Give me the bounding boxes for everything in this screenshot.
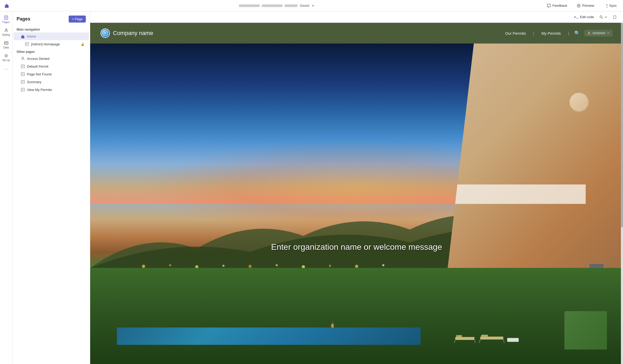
other-pages-title: Other pages <box>12 48 90 55</box>
page-item-access-denied[interactable]: Access Denied <box>13 55 89 62</box>
user-name-blur <box>592 32 605 34</box>
page-label-home: Home <box>27 34 80 38</box>
page-item-summary[interactable]: Summary <box>13 78 89 86</box>
top-bar-center: Saved <box>239 4 315 8</box>
chevron-zoom-icon <box>604 16 607 19</box>
logo-svg <box>102 30 108 36</box>
summary-icon <box>21 80 25 84</box>
top-bar: Saved Feedback Preview Sync <box>0 0 623 11</box>
default-permit-icon <box>21 64 25 68</box>
nav-divider: | <box>532 31 535 35</box>
site-preview: Company name Our Permits | My Permits | … <box>90 23 623 364</box>
title-block-1 <box>239 4 260 7</box>
lock-icon: 🔒 <box>81 42 85 46</box>
company-name: Company name <box>113 30 153 37</box>
svg-point-35 <box>222 265 224 267</box>
preview-button[interactable]: Preview <box>575 3 596 9</box>
site-hero: Enter organization name or welcome messa… <box>90 44 623 364</box>
svg-point-1 <box>578 5 579 6</box>
expand-button[interactable] <box>611 14 619 20</box>
page-item-home[interactable]: Home ··· <box>13 32 89 40</box>
hero-pool <box>117 327 421 345</box>
main-layout: Pages Styling Data Set up ··· <box>0 11 623 364</box>
pages-panel-title: Pages <box>17 16 30 22</box>
search-icon[interactable]: 🔍 <box>572 28 582 38</box>
sidebar-item-pages[interactable]: Pages <box>1 13 12 25</box>
admin-page-icon <box>25 42 29 46</box>
icon-sidebar: Pages Styling Data Set up ··· <box>0 11 12 364</box>
more-options-icon[interactable]: ··· <box>82 34 85 38</box>
svg-point-41 <box>382 264 384 266</box>
home-icon[interactable] <box>4 3 9 8</box>
zoom-control[interactable] <box>599 15 607 19</box>
svg-rect-47 <box>481 335 488 337</box>
svg-line-44 <box>454 340 455 343</box>
svg-line-49 <box>503 340 504 343</box>
expand-icon <box>613 15 617 19</box>
sidebar-item-setup[interactable]: Set up <box>1 52 12 63</box>
svg-rect-15 <box>21 65 24 68</box>
main-nav-title: Main navigation <box>12 26 90 32</box>
svg-rect-24 <box>21 88 24 91</box>
feedback-button[interactable]: Feedback <box>545 3 569 9</box>
page-item-view-my-permits[interactable]: View My Permits <box>13 86 89 94</box>
page-item-page-not-found[interactable]: Page Not Found <box>13 70 89 78</box>
svg-line-48 <box>479 340 480 343</box>
svg-point-33 <box>169 264 171 266</box>
sync-button[interactable]: Sync <box>601 3 619 9</box>
access-denied-icon <box>21 56 25 61</box>
svg-rect-7 <box>4 42 8 44</box>
svg-point-6 <box>5 29 7 30</box>
pages-panel: Pages + Page Main navigation Home ··· [A… <box>12 11 90 364</box>
awning <box>436 184 586 204</box>
svg-point-31 <box>589 32 590 33</box>
preview-scrollbar[interactable] <box>621 23 623 364</box>
svg-rect-52 <box>332 323 333 324</box>
page-label-access-denied: Access Denied <box>27 57 85 61</box>
circular-window <box>569 92 589 112</box>
content-area: Edit code <box>90 11 623 364</box>
svg-line-45 <box>475 340 476 343</box>
sidebar-item-styling[interactable]: Styling <box>1 26 12 38</box>
lantern <box>330 321 335 330</box>
site-nav: Company name Our Permits | My Permits | … <box>90 23 623 44</box>
logo-icon <box>101 28 110 38</box>
svg-point-40 <box>355 265 358 268</box>
page-not-found-icon <box>21 72 25 76</box>
svg-rect-18 <box>21 73 24 76</box>
nav-link-my-permits[interactable]: My Permits <box>537 29 565 38</box>
page-item-admin-homepage[interactable]: [Admin] Homepage 🔒 <box>13 40 89 48</box>
svg-point-36 <box>249 265 252 268</box>
svg-rect-11 <box>25 42 29 46</box>
edit-code-button[interactable]: Edit code <box>572 14 596 20</box>
saved-badge: Saved <box>300 4 309 8</box>
title-block-2 <box>262 4 282 7</box>
title-block-3 <box>285 4 298 7</box>
sync-icon <box>604 4 608 8</box>
view-my-permits-icon <box>21 88 25 92</box>
add-page-button[interactable]: + Page <box>69 16 86 23</box>
page-item-default-permit[interactable]: Default Permit <box>13 62 89 70</box>
svg-point-39 <box>329 265 331 267</box>
svg-line-28 <box>602 18 603 19</box>
sidebar-item-data[interactable]: Data <box>1 39 12 51</box>
page-label-view-my-permits: View My Permits <box>27 88 85 92</box>
svg-point-37 <box>275 264 278 266</box>
top-bar-left <box>4 3 9 8</box>
user-menu[interactable] <box>584 30 613 37</box>
user-icon <box>587 31 591 35</box>
svg-point-0 <box>577 4 580 7</box>
lantern-svg <box>330 321 335 330</box>
hero-welcome-text: Enter organization name or welcome messa… <box>90 242 623 252</box>
setup-icon <box>4 53 9 58</box>
more-icon[interactable]: ··· <box>4 66 8 72</box>
svg-point-10 <box>5 55 7 56</box>
page-label-page-not-found: Page Not Found <box>27 72 85 76</box>
svg-rect-42 <box>455 337 474 340</box>
nav-link-our-permits[interactable]: Our Permits <box>501 29 530 38</box>
hedge <box>564 311 607 349</box>
svg-rect-21 <box>21 80 24 83</box>
page-label-default-permit: Default Permit <box>27 65 85 68</box>
chevron-down-icon[interactable] <box>311 4 315 8</box>
svg-point-30 <box>104 32 106 34</box>
